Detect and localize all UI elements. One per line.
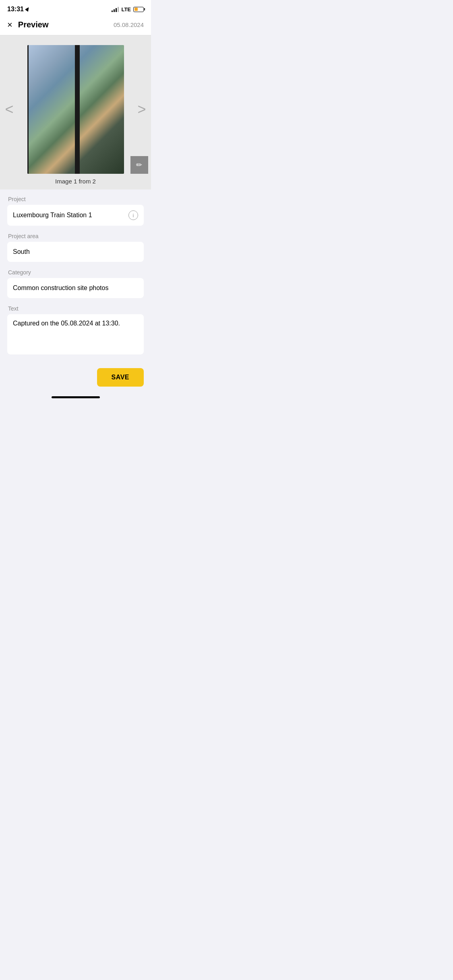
category-field-group: Category Common construction site photos [7, 269, 144, 298]
header-left: × Preview [7, 20, 48, 29]
status-time: 13:31 [7, 6, 29, 13]
project-area-field-group: Project area South [7, 233, 144, 262]
project-area-value[interactable]: South [7, 242, 144, 262]
prev-image-button[interactable]: < [5, 101, 14, 118]
project-label: Project [7, 196, 144, 202]
page-title: Preview [18, 20, 49, 29]
next-image-button[interactable]: > [137, 101, 146, 118]
category-text: Common construction site photos [13, 284, 108, 292]
home-indicator-area [0, 393, 151, 403]
carrier-label: LTE [121, 6, 131, 12]
time-display: 13:31 [7, 6, 24, 13]
photo-image[interactable] [27, 45, 124, 174]
project-text: Luxembourg Train Station 1 [13, 212, 92, 219]
project-area-label: Project area [7, 233, 144, 239]
category-label: Category [7, 269, 144, 276]
image-container: < > ✏ [27, 45, 124, 174]
text-label: Text [7, 305, 144, 312]
signal-icon [112, 6, 119, 12]
text-field-group: Text Captured on the 05.08.2024 at 13:30… [7, 305, 144, 354]
project-area-text: South [13, 248, 30, 255]
status-bar: 13:31 LTE [0, 0, 151, 15]
text-content: Captured on the 05.08.2024 at 13:30. [13, 320, 120, 327]
battery-icon [133, 7, 144, 12]
text-value[interactable]: Captured on the 05.08.2024 at 13:30. [7, 314, 144, 354]
save-container: SAVE [0, 362, 151, 393]
image-section: < > ✏ Image 1 from 2 [0, 35, 151, 189]
status-indicators: LTE [112, 6, 144, 12]
app-header: × Preview 05.08.2024 [0, 15, 151, 35]
project-field-group: Project Luxembourg Train Station 1 i [7, 196, 144, 226]
info-icon[interactable]: i [128, 210, 138, 220]
save-button[interactable]: SAVE [97, 368, 144, 387]
project-value[interactable]: Luxembourg Train Station 1 i [7, 205, 144, 226]
form-section: Project Luxembourg Train Station 1 i Pro… [0, 196, 151, 354]
image-caption: Image 1 from 2 [55, 178, 96, 185]
edit-image-button[interactable]: ✏ [130, 156, 148, 174]
pencil-icon: ✏ [136, 161, 142, 169]
home-indicator-bar [52, 396, 100, 398]
location-icon [25, 7, 29, 12]
header-date: 05.08.2024 [114, 21, 144, 28]
battery-fill [134, 8, 138, 11]
category-value[interactable]: Common construction site photos [7, 278, 144, 298]
close-button[interactable]: × [7, 21, 12, 29]
